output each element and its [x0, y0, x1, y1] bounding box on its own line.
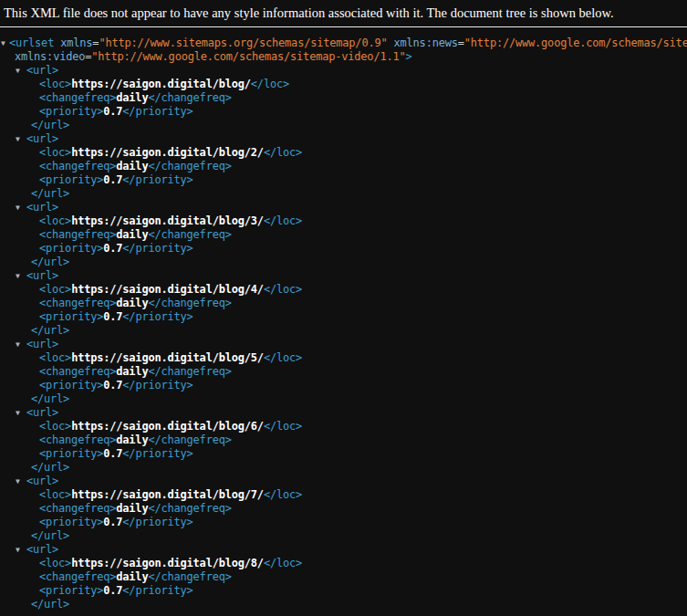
xml-close-tag: </url> [31, 187, 69, 200]
xml-attribute-value: "http://www.sitemaps.org/schemas/sitemap… [99, 37, 387, 49]
priority-line: <priority>0.7</priority> [0, 379, 687, 392]
collapse-arrow-icon[interactable]: ▼ [16, 204, 20, 212]
xml-text-content: https://saigon.digital/blog/8/ [71, 557, 264, 569]
url-open-line: ▼<url> [0, 475, 687, 488]
url-open-line: ▼<url> [0, 406, 687, 420]
collapse-arrow-icon[interactable]: ▼ [16, 546, 20, 554]
xml-text-content: daily [116, 502, 148, 515]
loc-line: <loc>https://saigon.digital/blog/7/</loc… [0, 488, 687, 502]
xml-close-tag: </loc> [264, 488, 302, 501]
xml-attribute-value: "http://www.google.com/schemas/sitemap-n… [464, 37, 687, 49]
loc-line: <loc>https://saigon.digital/blog/</loc> [0, 78, 687, 91]
xml-close-tag: </changefreq> [148, 297, 231, 309]
url-entry: ▼<url><loc>https://saigon.digital/blog/8… [0, 543, 687, 611]
xml-close-tag: </url> [31, 119, 69, 131]
changefreq-line: <changefreq>daily</changefreq> [0, 570, 687, 584]
url-close-line: </url> [0, 324, 687, 338]
xml-text-content: https://saigon.digital/blog/ [71, 78, 251, 90]
xml-text-content: 0.7 [103, 310, 122, 323]
loc-line: <loc>https://saigon.digital/blog/5/</loc… [0, 351, 687, 365]
xml-open-tag: <priority> [39, 310, 103, 323]
xml-open-tag: <loc> [39, 146, 71, 159]
xml-close-tag: </priority> [122, 173, 193, 186]
url-entry: ▼<url><loc>https://saigon.digital/blog/<… [0, 64, 687, 132]
xml-close-tag: </changefreq> [148, 228, 231, 241]
xml-open-tag: <loc> [39, 351, 71, 364]
url-open-line: ▼<url> [0, 64, 687, 78]
xml-open-tag: <url> [26, 64, 58, 77]
changefreq-line: <changefreq>daily</changefreq> [0, 160, 687, 173]
xml-open-tag-end: > [406, 50, 412, 63]
xml-equals-sign: = [458, 37, 464, 49]
collapse-arrow-icon[interactable]: ▼ [16, 135, 20, 143]
collapse-arrow-icon[interactable]: ▼ [16, 272, 20, 280]
url-close-line: </url> [0, 256, 687, 269]
xml-open-tag: <loc> [39, 283, 71, 296]
url-open-line: ▼<url> [0, 132, 687, 146]
xml-close-tag: </changefreq> [148, 502, 231, 515]
xml-text-content: 0.7 [103, 173, 122, 186]
xml-open-tag: <priority> [39, 447, 103, 460]
xml-attribute-value: "http://www.google.com/schemas/sitemap-v… [91, 50, 405, 63]
xml-close-tag: </priority> [122, 584, 193, 597]
xml-text-content: 0.7 [103, 379, 122, 392]
changefreq-line: <changefreq>daily</changefreq> [0, 502, 687, 516]
xml-open-tag: <url> [26, 543, 58, 556]
xml-close-tag: </url> [31, 256, 69, 268]
priority-line: <priority>0.7</priority> [0, 242, 687, 256]
xml-open-tag: <url> [26, 132, 58, 145]
xml-text-content: https://saigon.digital/blog/5/ [71, 351, 264, 364]
url-close-line: </url> [0, 461, 687, 475]
collapse-arrow-icon[interactable]: ▼ [16, 477, 20, 485]
changefreq-line: <changefreq>daily</changefreq> [0, 433, 687, 447]
xml-close-tag: </priority> [122, 447, 193, 460]
xml-attribute-name: xmlns:video [15, 50, 85, 63]
xml-close-tag: </changefreq> [148, 433, 231, 446]
xml-open-tag: <priority> [39, 516, 103, 528]
xml-text-content: daily [116, 297, 148, 309]
changefreq-line: <changefreq>daily</changefreq> [0, 91, 687, 105]
xml-open-tag: <url> [26, 338, 58, 350]
url-entry: ▼<url><loc>https://saigon.digital/blog/4… [0, 269, 687, 338]
xml-close-tag: </loc> [264, 146, 302, 159]
xml-open-tag: <url> [26, 406, 58, 419]
xml-close-tag: </priority> [122, 379, 193, 392]
xml-attribute-name: xmlns:news [394, 37, 458, 49]
collapse-arrow-icon[interactable]: ▼ [16, 67, 20, 75]
changefreq-line: <changefreq>daily</changefreq> [0, 297, 687, 310]
priority-line: <priority>0.7</priority> [0, 584, 687, 598]
xml-open-tag: <changefreq> [39, 365, 116, 378]
xml-open-tag: <url> [26, 269, 58, 282]
xml-open-tag: <loc> [39, 420, 71, 433]
url-close-line: </url> [0, 187, 687, 201]
url-close-line: </url> [0, 119, 687, 132]
xml-open-tag: <priority> [39, 173, 103, 186]
xml-open-tag: <loc> [39, 488, 71, 501]
xml-text-content: 0.7 [103, 516, 122, 528]
xml-open-tag: <priority> [39, 379, 103, 392]
xml-close-tag: </loc> [264, 351, 302, 364]
xml-text-content: daily [116, 433, 148, 446]
loc-line: <loc>https://saigon.digital/blog/8/</loc… [0, 557, 687, 570]
url-close-line: </url> [0, 392, 687, 406]
changefreq-line: <changefreq>daily</changefreq> [0, 365, 687, 379]
priority-line: <priority>0.7</priority> [0, 516, 687, 529]
xml-text-content: daily [116, 91, 148, 104]
collapse-arrow-icon[interactable]: ▼ [1, 39, 5, 47]
priority-line: <priority>0.7</priority> [0, 447, 687, 461]
xml-close-tag: </changefreq> [148, 91, 231, 104]
xml-open-tag: <url> [26, 201, 58, 214]
xml-text-content: 0.7 [103, 105, 122, 118]
xml-open-tag: <changefreq> [39, 228, 116, 241]
url-entry: ▼<url><loc>https://saigon.digital/blog/5… [0, 338, 687, 406]
xml-tree: ▼<urlset xmlns="http://www.sitemaps.org/… [0, 27, 687, 611]
xml-close-tag: </url> [31, 529, 69, 542]
xml-text-content: 0.7 [103, 447, 122, 460]
url-open-line: ▼<url> [0, 269, 687, 283]
collapse-arrow-icon[interactable]: ▼ [16, 340, 20, 349]
url-entry: ▼<url><loc>https://saigon.digital/blog/3… [0, 201, 687, 269]
xml-close-tag: </priority> [122, 105, 193, 118]
xml-close-tag: </changefreq> [148, 365, 231, 378]
xml-close-tag: </loc> [264, 283, 302, 296]
collapse-arrow-icon[interactable]: ▼ [16, 409, 20, 417]
